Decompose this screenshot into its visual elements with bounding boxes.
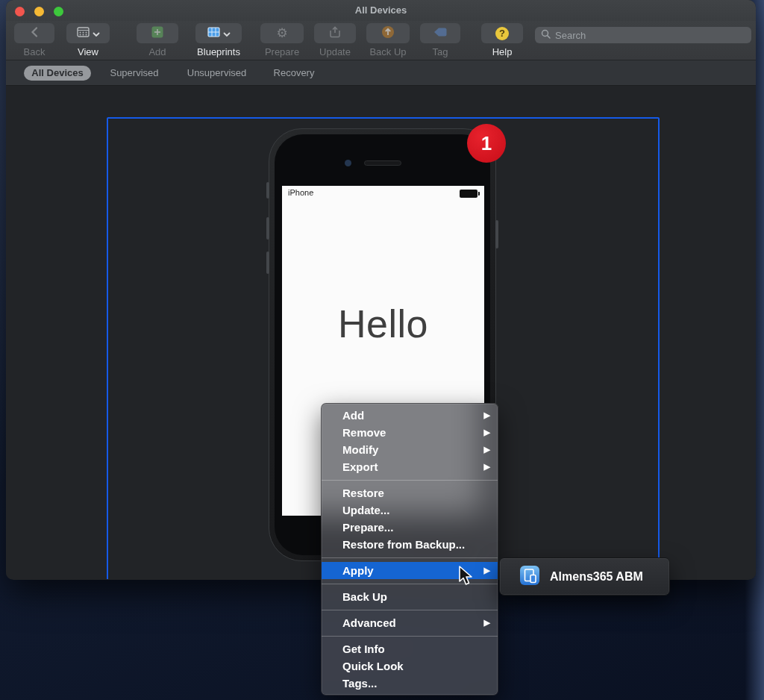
window-title: All Devices (6, 0, 756, 21)
backup-circle-arrow-icon (381, 25, 395, 42)
toolbar-view-label: View (78, 46, 98, 57)
scope-bar: All Devices Supervised Unsupervised Reco… (6, 60, 756, 86)
iphone-camera-dot (345, 160, 351, 166)
menu-item-label: Apply (342, 564, 374, 577)
toolbar-update-label: Update (319, 46, 351, 57)
toolbar-blueprints-button[interactable]: Blueprints (185, 23, 252, 57)
iphone-speaker (364, 160, 401, 166)
menu-item-label: Get Info (342, 643, 385, 655)
chevron-down-icon (93, 27, 100, 40)
menu-item-label: Tags... (342, 677, 377, 690)
menu-item-label: Add (342, 409, 364, 422)
toolbar-add-label: Add (148, 46, 166, 57)
toolbar-add-button[interactable]: Add (124, 23, 191, 57)
toolbar-prepare-label: Prepare (265, 46, 299, 57)
menu-item-quick-look[interactable]: Quick Look (322, 657, 498, 675)
menu-item-tags[interactable]: Tags... (322, 675, 498, 692)
submenu-arrow-icon: ▶ (484, 618, 490, 628)
tab-all-devices[interactable]: All Devices (24, 66, 91, 81)
menu-item-label: Back Up (342, 590, 387, 603)
submenu-arrow-icon: ▶ (484, 566, 490, 575)
toolbar: Back View Add (6, 21, 756, 60)
minimize-button[interactable] (34, 7, 44, 16)
chevron-down-icon (223, 27, 231, 40)
iphone-volume-down-button (266, 251, 269, 274)
search-field[interactable] (535, 27, 751, 43)
blueprints-grid-icon (207, 27, 220, 40)
menu-item-add[interactable]: Add ▶ (322, 407, 498, 424)
tab-unsupervised[interactable]: Unsupervised (181, 66, 252, 81)
menu-item-modify[interactable]: Modify ▶ (322, 441, 498, 458)
submenu-arrow-icon: ▶ (484, 428, 490, 437)
notification-badge: 1 (467, 124, 506, 163)
titlebar: All Devices (6, 0, 756, 21)
iphone-mute-switch (266, 182, 269, 199)
toolbar-help-label: Help (492, 46, 513, 57)
menu-separator (322, 480, 498, 481)
iphone-power-button (495, 220, 498, 249)
hello-text: Hello (282, 301, 484, 346)
menu-item-label: Prepare... (342, 521, 393, 534)
menu-item-label: Advanced (342, 616, 396, 629)
update-box-arrow-icon (329, 26, 341, 41)
zoom-button[interactable] (54, 7, 63, 16)
toolbar-blueprints-label: Blueprints (197, 46, 240, 57)
blueprint-icon (519, 565, 540, 589)
menu-item-label: Restore (342, 487, 384, 499)
menu-item-label: Restore from Backup... (342, 538, 465, 551)
submenu-arrow-icon: ▶ (484, 410, 490, 420)
mouse-cursor-icon (457, 566, 475, 590)
iphone-status-label: iPhone (288, 188, 313, 197)
submenu-item-almens365-abm[interactable]: Almens365 ABM (550, 570, 643, 584)
menu-item-export[interactable]: Export ▶ (322, 458, 498, 475)
toolbar-help-button[interactable]: ? Help (469, 23, 536, 57)
tag-icon (433, 27, 448, 40)
gear-icon: ⚙ (276, 27, 287, 40)
tab-recovery[interactable]: Recovery (271, 66, 317, 81)
menu-item-label: Quick Look (342, 660, 404, 672)
context-menu: Add ▶ Remove ▶ Modify ▶ Export ▶ Restore… (321, 403, 498, 696)
menu-separator (322, 636, 498, 637)
toolbar-backup-label: Back Up (369, 46, 406, 57)
menu-item-get-info[interactable]: Get Info (322, 640, 498, 657)
toolbar-tag-label: Tag (433, 46, 448, 57)
menu-item-label: Remove (342, 426, 386, 439)
menu-item-restore[interactable]: Restore (322, 484, 498, 501)
menu-item-label: Update... (342, 504, 389, 516)
menu-item-prepare[interactable]: Prepare... (322, 519, 498, 536)
toolbar-view-button[interactable]: View (54, 23, 122, 57)
view-grid-icon (77, 27, 90, 40)
back-chevron-icon (30, 26, 39, 41)
toolbar-back-label: Back (24, 46, 46, 57)
help-question-icon: ? (495, 27, 509, 40)
menu-separator (322, 557, 498, 558)
close-button[interactable] (15, 7, 25, 16)
desktop-wallpaper: All Devices Back (0, 0, 764, 700)
search-input[interactable] (555, 30, 745, 41)
submenu-arrow-icon: ▶ (484, 462, 490, 472)
menu-item-advanced[interactable]: Advanced ▶ (322, 614, 498, 631)
iphone-volume-up-button (266, 217, 269, 240)
battery-icon (460, 190, 478, 198)
toolbar-tag-button[interactable]: Tag (407, 23, 474, 57)
menu-item-update[interactable]: Update... (322, 501, 498, 519)
tab-supervised[interactable]: Supervised (104, 66, 164, 81)
apply-submenu: Almens365 ABM (499, 557, 670, 596)
menu-separator (322, 610, 498, 610)
submenu-arrow-icon: ▶ (484, 445, 490, 454)
menu-item-label: Modify (342, 443, 378, 456)
menu-item-back-up[interactable]: Back Up (322, 588, 498, 605)
add-plus-icon (151, 26, 163, 41)
search-icon (541, 28, 551, 42)
menu-item-label: Export (342, 460, 378, 473)
menu-item-remove[interactable]: Remove ▶ (322, 424, 498, 441)
menu-item-restore-from-backup[interactable]: Restore from Backup... (322, 536, 498, 553)
